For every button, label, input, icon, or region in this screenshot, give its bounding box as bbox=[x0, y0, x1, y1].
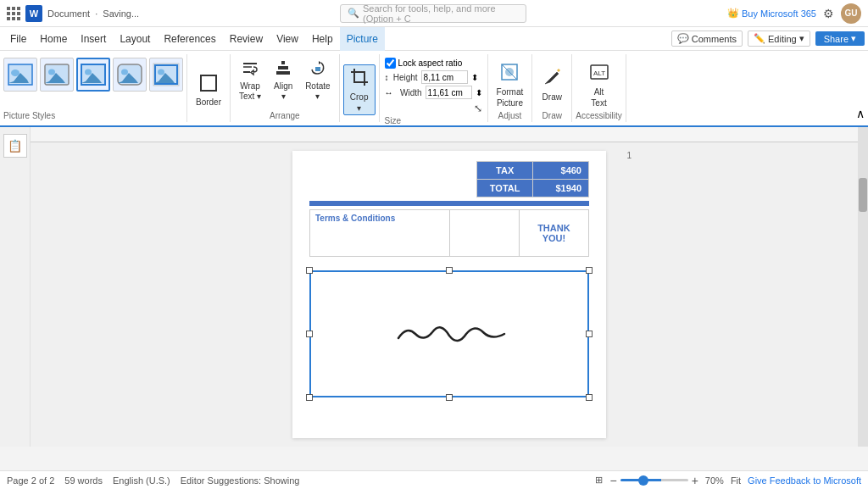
document-area: 1 TAX $460 TOTAL $1940 bbox=[31, 127, 868, 447]
size-label: Size bbox=[385, 116, 482, 127]
handle-top-center[interactable] bbox=[446, 267, 453, 274]
svg-point-10 bbox=[121, 69, 128, 75]
border-section: Border bbox=[187, 54, 231, 122]
share-button[interactable]: Share ▾ bbox=[815, 31, 865, 46]
adjust-section: Format Picture Adjust bbox=[488, 54, 533, 122]
alt-text-icon: ALT bbox=[589, 62, 609, 86]
size-section: Lock aspect ratio ↕ Height ⬍ ↔ Width ⬍ ⤡… bbox=[380, 54, 488, 122]
draw-icon bbox=[542, 67, 562, 91]
terms-row: Terms & Conditions THANK YOU! bbox=[310, 210, 589, 257]
width-input[interactable] bbox=[426, 86, 472, 99]
title-bar-right: 👑 Buy Microsoft 365 ⚙ GU bbox=[727, 3, 861, 24]
search-box[interactable]: 🔍 Search for tools, help, and more (Opti… bbox=[340, 4, 526, 23]
view-mode-icon[interactable]: ⊞ bbox=[595, 475, 603, 486]
svg-rect-18 bbox=[243, 71, 250, 73]
alt-text-button[interactable]: ALT Alt Text bbox=[583, 59, 615, 110]
handle-top-left[interactable] bbox=[306, 267, 313, 274]
svg-marker-22 bbox=[319, 61, 321, 64]
thankyou-text: THANK YOU! bbox=[526, 223, 581, 243]
align-button[interactable]: Align ▾ bbox=[268, 58, 298, 103]
chevron-down-icon: ▾ bbox=[851, 33, 856, 44]
handle-bot-left[interactable] bbox=[306, 394, 313, 401]
draw-button[interactable]: Draw bbox=[536, 59, 568, 110]
total-label: TOTAL bbox=[477, 180, 533, 197]
alt-text-area: ALT Alt Text bbox=[583, 54, 615, 111]
zoom-level: 70% bbox=[705, 475, 724, 486]
handle-top-right[interactable] bbox=[586, 267, 593, 274]
handle-bot-center[interactable] bbox=[446, 394, 453, 401]
clipboard-button[interactable]: 📋 bbox=[3, 134, 27, 158]
menu-home[interactable]: Home bbox=[33, 27, 74, 51]
zoom-in-button[interactable]: + bbox=[692, 474, 698, 487]
tax-row: TAX $460 bbox=[309, 162, 589, 180]
title-bar-left: W Document · Saving... bbox=[7, 5, 139, 22]
editing-button[interactable]: ✏️ Editing ▾ bbox=[748, 31, 810, 47]
menu-layout[interactable]: Layout bbox=[113, 27, 157, 51]
terms-label: Terms & Conditions bbox=[315, 214, 444, 223]
format-picture-icon bbox=[499, 62, 520, 86]
zoom-slider[interactable] bbox=[620, 479, 688, 481]
border-button[interactable]: Border bbox=[191, 64, 226, 115]
wrap-text-icon bbox=[242, 59, 259, 81]
menu-review[interactable]: Review bbox=[223, 27, 270, 51]
rotate-button[interactable]: Rotate ▾ bbox=[300, 58, 335, 103]
settings-icon[interactable]: ⚙ bbox=[823, 7, 834, 20]
menu-insert[interactable]: Insert bbox=[74, 27, 113, 51]
scrollbar-vertical[interactable] bbox=[858, 142, 868, 447]
svg-rect-16 bbox=[201, 75, 216, 91]
svg-line-26 bbox=[502, 64, 517, 80]
format-picture-area: Format Picture bbox=[492, 54, 529, 111]
size-expand-icon[interactable]: ⤡ bbox=[474, 103, 482, 114]
picture-style-5[interactable] bbox=[149, 58, 183, 92]
height-row: ↕ Height ⬍ bbox=[385, 70, 482, 84]
status-bar: Page 2 of 2 59 words English (U.S.) Edit… bbox=[0, 470, 868, 489]
zoom-out-button[interactable]: − bbox=[609, 474, 616, 487]
user-avatar[interactable]: GU bbox=[841, 3, 861, 24]
crop-section: Crop ▾ bbox=[340, 54, 380, 122]
menu-view[interactable]: View bbox=[270, 27, 305, 51]
menu-picture[interactable]: Picture bbox=[340, 27, 385, 51]
svg-point-14 bbox=[158, 69, 164, 75]
word-icon[interactable]: W bbox=[25, 5, 42, 22]
scrollbar-thumb[interactable] bbox=[859, 178, 867, 212]
lock-aspect-checkbox[interactable] bbox=[385, 58, 396, 69]
rotate-icon bbox=[309, 59, 326, 81]
picture-style-1[interactable] bbox=[3, 58, 37, 92]
menu-bar: File Home Insert Layout References Revie… bbox=[0, 27, 868, 51]
picture-style-4[interactable] bbox=[113, 58, 147, 92]
width-spinner[interactable]: ⬍ bbox=[476, 88, 482, 97]
ribbon-collapse-icon[interactable]: ∧ bbox=[856, 107, 865, 120]
height-input[interactable] bbox=[421, 70, 468, 84]
ribbon: Picture Styles Border Wrap Text ▾ bbox=[0, 51, 868, 127]
menu-references[interactable]: References bbox=[157, 27, 222, 51]
page-info: Page 2 of 2 bbox=[7, 475, 54, 486]
draw-area: Draw bbox=[536, 54, 568, 111]
accessibility-section: ALT Alt Text Accessibility bbox=[572, 54, 626, 122]
ruler bbox=[31, 127, 868, 142]
waffle-icon[interactable] bbox=[7, 7, 20, 20]
comments-button[interactable]: 💬 Comments bbox=[671, 31, 743, 47]
border-icon bbox=[199, 74, 218, 96]
picture-style-3[interactable] bbox=[76, 58, 110, 92]
menu-help[interactable]: Help bbox=[305, 27, 340, 51]
feedback-link[interactable]: Give Feedback to Microsoft bbox=[748, 475, 861, 486]
handle-mid-right[interactable] bbox=[586, 331, 593, 337]
left-panel: 📋 bbox=[0, 127, 31, 447]
border-button-area: Border bbox=[191, 54, 226, 122]
svg-rect-17 bbox=[243, 63, 257, 64]
blue-divider bbox=[309, 201, 589, 206]
picture-style-2[interactable] bbox=[40, 58, 74, 92]
format-picture-button[interactable]: Format Picture bbox=[492, 59, 529, 110]
handle-bot-right[interactable] bbox=[586, 394, 593, 401]
buy-microsoft-button[interactable]: 👑 Buy Microsoft 365 bbox=[727, 8, 816, 19]
total-row: TOTAL $1940 bbox=[309, 180, 589, 197]
fit-button[interactable]: Fit bbox=[731, 475, 741, 486]
menu-file[interactable]: File bbox=[3, 27, 33, 51]
handle-mid-left[interactable] bbox=[306, 331, 313, 337]
search-icon: 🔍 bbox=[348, 8, 359, 19]
wrap-text-button[interactable]: Wrap Text ▾ bbox=[234, 58, 266, 103]
crop-button[interactable]: Crop ▾ bbox=[343, 64, 376, 115]
height-spinner[interactable]: ⬍ bbox=[471, 73, 478, 82]
page-number: 1 bbox=[626, 151, 632, 160]
pencil-icon: ✏️ bbox=[754, 33, 765, 44]
